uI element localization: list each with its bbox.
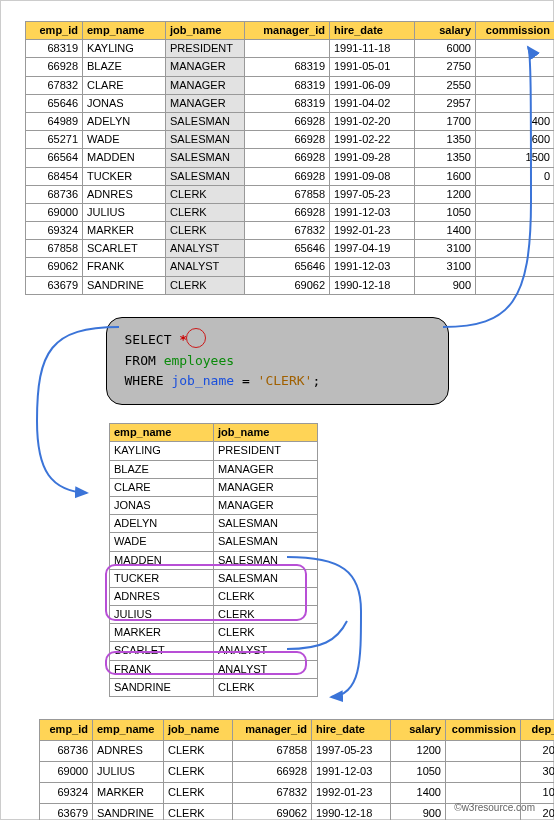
cell: 400 xyxy=(476,112,555,130)
cell: 68319 xyxy=(245,58,330,76)
cell: 1990-12-18 xyxy=(330,276,415,294)
cell: 67858 xyxy=(245,185,330,203)
cell: 1350 xyxy=(415,149,476,167)
cell: MADDEN xyxy=(110,551,214,569)
cell: 69062 xyxy=(26,258,83,276)
cell: 1600 xyxy=(415,167,476,185)
col-header: salary xyxy=(391,720,446,741)
table-row: 67832CLAREMANAGER683191991-06-0925501001 xyxy=(26,76,555,94)
table-row: 68736ADNRESCLERK678581997-05-2312002001 xyxy=(26,185,555,203)
cell: 65271 xyxy=(26,131,83,149)
cell xyxy=(476,240,555,258)
cell: 69324 xyxy=(40,783,93,804)
cell: 1400 xyxy=(415,222,476,240)
cell: 69000 xyxy=(26,203,83,221)
cell xyxy=(476,40,555,58)
cell: 3100 xyxy=(415,240,476,258)
cell: 66928 xyxy=(233,762,312,783)
cell: 1991-12-03 xyxy=(330,258,415,276)
cell xyxy=(476,185,555,203)
cell: 1050 xyxy=(415,203,476,221)
copyright: ©w3resource.com xyxy=(454,802,535,813)
cell xyxy=(476,258,555,276)
cell xyxy=(476,76,555,94)
table-row: 63679SANDRINECLERK690621990-12-189002001 xyxy=(26,276,555,294)
col-header: job_name xyxy=(164,720,233,741)
cell xyxy=(446,741,521,762)
cell: 1991-04-02 xyxy=(330,94,415,112)
cell: CLERK xyxy=(164,783,233,804)
cell: 1997-05-23 xyxy=(330,185,415,203)
table-row: MARKERCLERK xyxy=(110,624,318,642)
cell: 1997-04-19 xyxy=(330,240,415,258)
table-row: 69324MARKERCLERK678321992-01-2314001001 xyxy=(40,783,555,804)
cell: 1992-01-23 xyxy=(330,222,415,240)
cell: 68319 xyxy=(245,94,330,112)
cell: PRESIDENT xyxy=(166,40,245,58)
table-row: FRANKANALYST xyxy=(110,660,318,678)
table-row: WADESALESMAN xyxy=(110,533,318,551)
table-row: ADNRESCLERK xyxy=(110,587,318,605)
cell: 68736 xyxy=(40,741,93,762)
cell: ADNRES xyxy=(93,741,164,762)
cell: 68736 xyxy=(26,185,83,203)
cell: 2750 xyxy=(415,58,476,76)
cell: CLERK xyxy=(164,741,233,762)
cell: 65646 xyxy=(245,258,330,276)
cell: TUCKER xyxy=(83,167,166,185)
table-row: CLAREMANAGER xyxy=(110,478,318,496)
cell: 67858 xyxy=(233,741,312,762)
cell: 1992-01-23 xyxy=(312,783,391,804)
cell: 3001 xyxy=(521,762,555,783)
col-header: emp_name xyxy=(110,424,214,442)
table-row: SCARLETANALYST xyxy=(110,642,318,660)
table-row: 66928BLAZEMANAGER683191991-05-0127503001 xyxy=(26,58,555,76)
cell: 1001 xyxy=(521,783,555,804)
cell: 1200 xyxy=(415,185,476,203)
cell: 0 xyxy=(476,167,555,185)
table-row: BLAZEMANAGER xyxy=(110,460,318,478)
cell: 2957 xyxy=(415,94,476,112)
cell: CLARE xyxy=(110,478,214,496)
cell: 66564 xyxy=(26,149,83,167)
table-row: 66564MADDENSALESMAN669281991-09-28135015… xyxy=(26,149,555,167)
cell: 1991-11-18 xyxy=(330,40,415,58)
col-header: job_name xyxy=(166,22,245,40)
cell: 66928 xyxy=(245,131,330,149)
cell xyxy=(476,58,555,76)
cell: 1200 xyxy=(391,741,446,762)
cell: SALESMAN xyxy=(214,551,318,569)
cell: MANAGER xyxy=(166,76,245,94)
table-row: SANDRINECLERK xyxy=(110,678,318,696)
cell: 600 xyxy=(476,131,555,149)
cell: 67832 xyxy=(233,783,312,804)
cell: SALESMAN xyxy=(166,167,245,185)
cell: 65646 xyxy=(26,94,83,112)
cell: KAYLING xyxy=(83,40,166,58)
cell: SALESMAN xyxy=(166,149,245,167)
cell: FRANK xyxy=(110,660,214,678)
cell: JULIUS xyxy=(83,203,166,221)
col-header: emp_name xyxy=(93,720,164,741)
cell: SCARLET xyxy=(83,240,166,258)
cell: 1997-05-23 xyxy=(312,741,391,762)
page: emp_idemp_namejob_namemanager_idhire_dat… xyxy=(0,0,554,820)
table-row: TUCKERSALESMAN xyxy=(110,569,318,587)
cell: 67832 xyxy=(26,76,83,94)
cell xyxy=(476,94,555,112)
cell: SCARLET xyxy=(110,642,214,660)
table-row: 64989ADELYNSALESMAN669281991-02-20170040… xyxy=(26,112,555,130)
cell: BLAZE xyxy=(110,460,214,478)
cell: TUCKER xyxy=(110,569,214,587)
cell: 1991-12-03 xyxy=(312,762,391,783)
cell: 66928 xyxy=(245,149,330,167)
col-header: hire_date xyxy=(312,720,391,741)
cell: 63679 xyxy=(40,804,93,820)
cell: ADELYN xyxy=(110,515,214,533)
cell: ANALYST xyxy=(214,660,318,678)
cell: CLERK xyxy=(166,222,245,240)
cell: 2001 xyxy=(521,741,555,762)
col-header: hire_date xyxy=(330,22,415,40)
cell: 900 xyxy=(415,276,476,294)
table-row: 67858SCARLETANALYST656461997-04-19310020… xyxy=(26,240,555,258)
